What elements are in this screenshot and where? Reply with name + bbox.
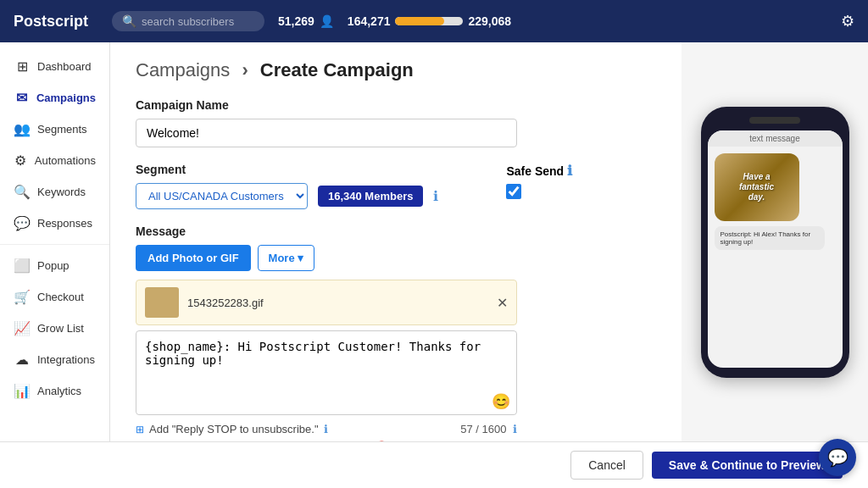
sidebar-label-integrations: Integrations — [37, 353, 95, 366]
safe-send-checkbox[interactable] — [506, 184, 521, 199]
breadcrumb-parent[interactable]: Campaigns — [136, 59, 230, 80]
main-content: Campaigns › Create Campaign Campaign Nam… — [110, 42, 682, 441]
phone-preview: text message Have afantasticday. Postscr… — [682, 42, 868, 441]
main-layout: ⊞ Dashboard ✉ Campaigns 👥 Segments ⚙ Aut… — [0, 42, 868, 441]
bottom-bar: Cancel Save & Continue to Preview — [0, 441, 868, 488]
segment-select[interactable]: All US/CANADA Customers — [136, 183, 308, 209]
sidebar-label-analytics: Analytics — [37, 385, 81, 397]
message-label: Message — [136, 225, 656, 238]
keywords-icon: 🔍 — [14, 184, 31, 200]
checkout-icon: 🛒 — [14, 289, 31, 305]
search-icon: 🔍 — [122, 14, 136, 28]
segment-section: Segment All US/CANADA Customers 16,340 M… — [136, 163, 656, 209]
safe-send-info-icon[interactable]: ℹ — [567, 163, 572, 179]
sidebar-label-campaigns: Campaigns — [36, 92, 96, 104]
sidebar-item-automations[interactable]: ⚙ Automations — [0, 145, 109, 176]
sidebar-item-analytics[interactable]: 📊 Analytics — [0, 375, 109, 407]
segment-col: Segment All US/CANADA Customers 16,340 M… — [136, 163, 438, 209]
sidebar-item-segments[interactable]: 👥 Segments — [0, 114, 109, 145]
sidebar-label-responses: Responses — [37, 217, 92, 230]
sidebar-label-segments: Segments — [37, 123, 87, 136]
sidebar-label-keywords: Keywords — [37, 186, 86, 198]
dashboard-icon: ⊞ — [14, 58, 31, 75]
gif-attachment: 1543252283.gif ✕ — [136, 280, 517, 325]
top-navigation: Postscript 🔍 51,269 👤 164,271 229,068 ⚙ — [0, 0, 868, 42]
sidebar-item-popup[interactable]: ⬜ Popup — [0, 250, 109, 281]
more-button[interactable]: More ▾ — [258, 245, 315, 271]
subscriber-count: 51,269 👤 — [278, 14, 334, 28]
responses-icon: 💬 — [14, 215, 31, 231]
usage-stat: 164,271 229,068 — [348, 14, 511, 28]
sidebar: ⊞ Dashboard ✉ Campaigns 👥 Segments ⚙ Aut… — [0, 42, 110, 441]
message-textarea[interactable]: {shop_name}: Hi Postscript Customer! Tha… — [136, 330, 517, 415]
sidebar-divider — [0, 244, 109, 245]
stat3-value: 229,068 — [468, 14, 511, 28]
char-info-icon[interactable]: ℹ — [513, 423, 517, 435]
message-area-wrapper: {shop_name}: Hi Postscript Customer! Tha… — [136, 330, 517, 418]
search-input[interactable] — [142, 15, 252, 28]
members-badge: 16,340 Members — [318, 186, 423, 207]
app-logo: Postscript — [14, 13, 88, 30]
phone-header: text message — [708, 130, 843, 147]
chat-support-button[interactable]: 💬 — [819, 439, 856, 476]
phone-image-bubble: Have afantasticday. — [715, 153, 799, 221]
gif-filename: 1543252283.gif — [187, 297, 497, 309]
emoji-icon[interactable]: 😊 — [492, 392, 510, 411]
breadcrumb-current: Create Campaign — [260, 59, 414, 80]
segment-label: Segment — [136, 163, 438, 176]
sidebar-item-dashboard[interactable]: ⊞ Dashboard — [0, 51, 109, 82]
sidebar-label-growlist: Grow List — [37, 322, 84, 335]
sidebar-item-checkout[interactable]: 🛒 Checkout — [0, 281, 109, 313]
char-count: 57 / 1600 — [460, 423, 506, 435]
integrations-icon: ☁ — [14, 352, 31, 368]
automations-icon: ⚙ — [14, 152, 28, 169]
reply-stop-row: ⊞ Add "Reply STOP to unsubscribe." ℹ 57 … — [136, 423, 517, 435]
phone-text-bubble: Postscript: Hi Alex! Thanks for signing … — [715, 226, 825, 250]
safe-send-col: Safe Send ℹ — [506, 163, 572, 202]
sidebar-item-campaigns[interactable]: ✉ Campaigns — [0, 82, 109, 114]
sidebar-label-popup: Popup — [37, 259, 70, 272]
plus-icon: ⊞ — [136, 424, 144, 435]
sidebar-item-integrations[interactable]: ☁ Integrations — [0, 344, 109, 375]
save-button[interactable]: Save & Continue to Preview — [652, 452, 843, 479]
add-photo-button[interactable]: Add Photo or GIF — [136, 245, 251, 271]
analytics-icon: 📊 — [14, 383, 31, 399]
phone-screen: text message Have afantasticday. Postscr… — [708, 130, 843, 368]
segments-icon: 👥 — [14, 121, 31, 137]
sidebar-label-dashboard: Dashboard — [37, 60, 92, 73]
gif-close-icon[interactable]: ✕ — [497, 295, 508, 311]
progress-fill — [395, 17, 444, 25]
cancel-button[interactable]: Cancel — [570, 451, 643, 480]
popup-icon: ⬜ — [14, 258, 31, 274]
message-buttons: Add Photo or GIF More ▾ — [136, 245, 656, 271]
campaigns-icon: ✉ — [14, 90, 30, 106]
segment-row: All US/CANADA Customers 16,340 Members ℹ — [136, 183, 438, 209]
search-box[interactable]: 🔍 — [112, 11, 264, 31]
phone-messages: Have afantasticday. Postscript: Hi Alex!… — [708, 147, 843, 368]
settings-icon[interactable]: ⚙ — [841, 12, 854, 30]
campaign-name-input[interactable] — [136, 119, 517, 147]
reply-stop-info-icon[interactable]: ℹ — [324, 423, 328, 435]
safe-send-label: Safe Send ℹ — [506, 163, 572, 179]
sidebar-item-growlist[interactable]: 📈 Grow List — [0, 313, 109, 344]
message-section: Message Add Photo or GIF More ▾ 15432522… — [136, 225, 656, 441]
phone-frame: text message Have afantasticday. Postscr… — [701, 107, 849, 378]
usage-progress-bar — [395, 17, 463, 25]
gif-thumbnail — [145, 287, 179, 318]
growlist-icon: 📈 — [14, 320, 31, 336]
sidebar-item-keywords[interactable]: 🔍 Keywords — [0, 176, 109, 208]
stat1-value: 51,269 — [278, 14, 314, 28]
reply-stop-label: Add "Reply STOP to unsubscribe." — [149, 423, 319, 435]
campaign-name-section: Campaign Name — [136, 98, 656, 147]
phone-notch — [749, 117, 800, 124]
person-icon: 👤 — [320, 14, 334, 28]
members-info-icon[interactable]: ℹ — [433, 188, 438, 204]
breadcrumb: Campaigns › Create Campaign — [136, 59, 656, 81]
campaign-name-label: Campaign Name — [136, 98, 656, 112]
sidebar-label-automations: Automations — [35, 154, 96, 167]
stat2-value: 164,271 — [348, 14, 391, 28]
sidebar-item-responses[interactable]: 💬 Responses — [0, 208, 109, 239]
sidebar-label-checkout: Checkout — [37, 291, 84, 303]
